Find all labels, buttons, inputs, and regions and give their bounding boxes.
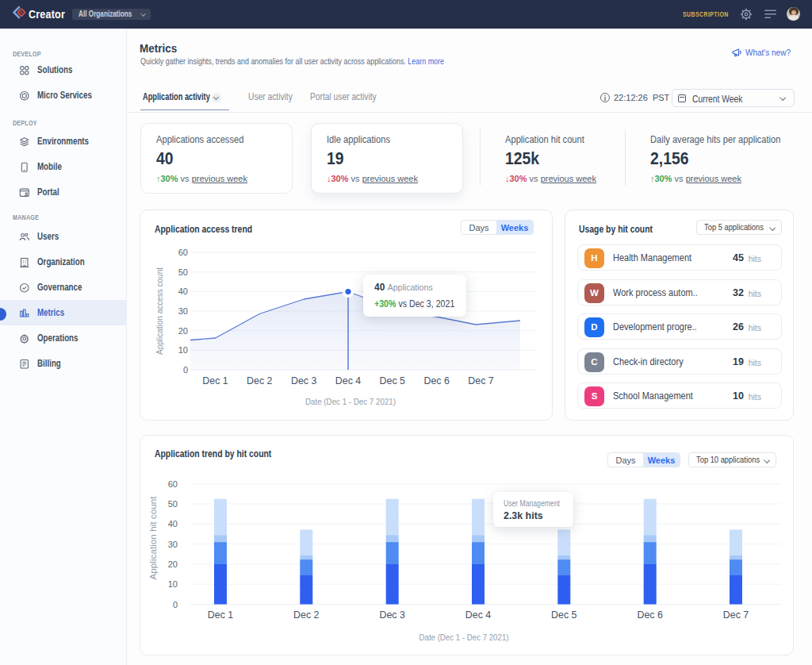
- svg-text:60: 60: [168, 479, 178, 489]
- svg-text:Dec 1: Dec 1: [208, 609, 233, 621]
- svg-text:10: 10: [178, 345, 188, 355]
- svg-text:10: 10: [168, 579, 178, 589]
- svg-text:20: 20: [168, 559, 178, 569]
- svg-text:Dec 5: Dec 5: [380, 375, 405, 386]
- svg-text:Dec 3: Dec 3: [291, 375, 316, 386]
- svg-text:Dec 7: Dec 7: [723, 609, 749, 621]
- svg-text:50: 50: [178, 267, 188, 277]
- svg-text:Date (Dec 1 - Dec 7 2021): Date (Dec 1 - Dec 7 2021): [419, 632, 509, 642]
- svg-text:Dec 2: Dec 2: [247, 375, 272, 386]
- svg-text:Dec 4: Dec 4: [465, 609, 491, 621]
- svg-text:30: 30: [178, 306, 188, 316]
- svg-text:50: 50: [168, 499, 178, 509]
- svg-text:Dec 2: Dec 2: [293, 609, 319, 621]
- svg-text:Application access count: Application access count: [155, 267, 164, 355]
- svg-text:Dec 7: Dec 7: [468, 375, 493, 386]
- svg-text:Date (Dec 1 - Dec 7 2021): Date (Dec 1 - Dec 7 2021): [305, 397, 396, 406]
- svg-text:0: 0: [183, 365, 188, 375]
- svg-text:0: 0: [173, 600, 178, 609]
- svg-text:Dec 4: Dec 4: [335, 375, 361, 386]
- svg-text:Dec 3: Dec 3: [380, 609, 405, 621]
- svg-text:Application hit count: Application hit count: [148, 496, 158, 579]
- svg-text:30: 30: [168, 540, 178, 549]
- svg-text:40: 40: [168, 519, 178, 529]
- svg-text:20: 20: [178, 326, 188, 336]
- svg-text:40: 40: [178, 286, 188, 296]
- svg-text:Dec 5: Dec 5: [551, 609, 576, 621]
- svg-text:Dec 1: Dec 1: [202, 375, 228, 386]
- svg-text:Dec 6: Dec 6: [424, 375, 450, 386]
- svg-text:Dec 6: Dec 6: [638, 609, 663, 621]
- svg-text:60: 60: [178, 248, 188, 257]
